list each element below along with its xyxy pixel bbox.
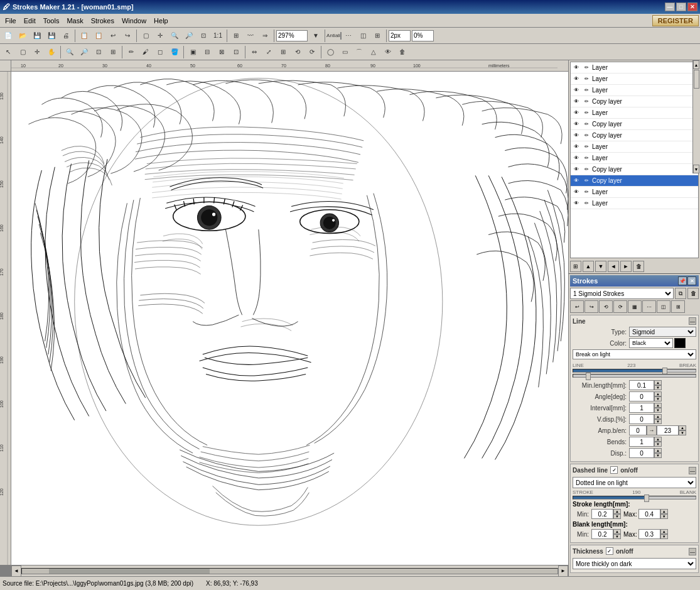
tb-print[interactable]: 🖨: [59, 29, 73, 43]
scroll-thumb[interactable]: [694, 70, 699, 89]
strokes-copy-btn[interactable]: ⧉: [675, 288, 686, 299]
blank-min-input[interactable]: [591, 529, 613, 539]
angle-spin-up[interactable]: ▲: [654, 391, 662, 396]
zoom-dropdown[interactable]: ▼: [309, 29, 323, 43]
tool-shape4[interactable]: △: [367, 45, 380, 59]
effect-btn-8[interactable]: ⊞: [671, 300, 685, 313]
vdisp-spin-up[interactable]: ▲: [654, 414, 662, 419]
effect-btn-1[interactable]: ↩: [570, 300, 584, 313]
layer-row[interactable]: 👁 ✏ Copy layer: [571, 164, 698, 175]
layer-eye-icon[interactable]: 👁: [572, 177, 581, 185]
tool-zoom-actual[interactable]: ⊞: [106, 45, 120, 59]
tool-misc3[interactable]: ⊞: [276, 45, 290, 59]
tool-mask1[interactable]: ▣: [186, 45, 200, 59]
layer-row[interactable]: 👁 ✏ Layer: [571, 85, 698, 96]
pct-input[interactable]: [412, 30, 434, 41]
scroll-down-btn[interactable]: ▼: [693, 165, 699, 173]
tb-fit[interactable]: ⊡: [197, 29, 210, 43]
layer-row[interactable]: 👁 ✏ Copy layer: [571, 175, 698, 187]
angle-spin-down[interactable]: ▼: [654, 396, 662, 402]
tool-zoom-out[interactable]: 🔎: [77, 45, 91, 59]
slider-thumb-2[interactable]: [586, 373, 591, 380]
tb-misc3[interactable]: ⊞: [370, 29, 384, 43]
layer-row[interactable]: 👁 ✏ Layer: [571, 74, 698, 85]
min-length-spinner[interactable]: ▲ ▼: [654, 380, 662, 390]
strokes-preset-select[interactable]: 1 Sigmoid Strokes: [570, 288, 674, 299]
angle-spinner[interactable]: ▲ ▼: [654, 391, 662, 402]
effect-btn-2[interactable]: ↪: [584, 300, 598, 313]
effect-btn-6[interactable]: ⋯: [642, 300, 656, 313]
layer-edit-icon[interactable]: ✏: [582, 120, 591, 129]
tb-antialias-toggle[interactable]: Antiali: [327, 29, 341, 43]
menu-strokes[interactable]: Strokes: [87, 16, 118, 26]
layer-right-btn[interactable]: ►: [620, 261, 632, 272]
thickness-checkbox[interactable]: ✓: [606, 547, 613, 555]
dashed-preset-select[interactable]: Dotted line on light: [573, 477, 696, 488]
stroke-min-input[interactable]: [591, 509, 613, 519]
tool-fill[interactable]: 🪣: [168, 45, 181, 59]
bmax-down[interactable]: ▼: [660, 534, 668, 539]
layer-edit-icon[interactable]: ✏: [582, 199, 591, 208]
h-scrollbar[interactable]: ◄ ►: [11, 565, 568, 576]
tool-trash[interactable]: 🗑: [396, 45, 409, 59]
register-button[interactable]: REGISTER: [652, 15, 699, 26]
min-length-input[interactable]: [629, 380, 654, 390]
amp-spin-up[interactable]: ▲: [679, 425, 686, 430]
canvas-image[interactable]: [11, 72, 568, 565]
menu-help[interactable]: Help: [150, 16, 172, 26]
layer-edit-icon[interactable]: ✏: [582, 177, 591, 185]
layer-eye-icon[interactable]: 👁: [572, 109, 581, 117]
tool-select-rect[interactable]: ▢: [16, 45, 30, 59]
bmin-down[interactable]: ▼: [613, 534, 621, 539]
blank-max-input[interactable]: [638, 529, 660, 539]
amp-arrow[interactable]: →: [647, 425, 657, 435]
tool-move[interactable]: ✛: [30, 45, 44, 59]
tool-brush[interactable]: 🖌: [139, 45, 153, 59]
effect-btn-7[interactable]: ◫: [657, 300, 670, 313]
tb-misc1[interactable]: ⋯: [342, 29, 355, 43]
close-button[interactable]: ✕: [687, 3, 697, 11]
layer-edit-icon[interactable]: ✏: [582, 188, 591, 197]
layer-row[interactable]: 👁 ✏ Layer: [571, 62, 698, 74]
layer-edit-icon[interactable]: ✏: [582, 109, 591, 117]
layer-eye-icon[interactable]: 👁: [572, 143, 581, 151]
layer-left-btn[interactable]: ◄: [608, 261, 619, 272]
layer-add-btn[interactable]: ⊞: [570, 261, 581, 272]
disp-input[interactable]: [629, 448, 654, 458]
color-select[interactable]: Black: [629, 338, 673, 348]
amp-input1[interactable]: [629, 425, 647, 435]
layer-edit-icon[interactable]: ✏: [582, 131, 591, 140]
effect-btn-5[interactable]: ▦: [628, 300, 642, 313]
tool-mask3[interactable]: ⊠: [215, 45, 229, 59]
layer-row[interactable]: 👁 ✏ Layer: [571, 107, 698, 119]
layer-eye-icon[interactable]: 👁: [572, 63, 581, 72]
smin-down[interactable]: ▼: [613, 514, 621, 519]
layer-row[interactable]: 👁 ✏ Layer: [571, 153, 698, 164]
tb-copy[interactable]: 📋: [77, 29, 91, 43]
line-collapse-btn[interactable]: —: [689, 317, 696, 325]
tool-misc5[interactable]: ⟳: [305, 45, 319, 59]
spin-down[interactable]: ▼: [654, 385, 662, 390]
bmin-up[interactable]: ▲: [613, 529, 621, 534]
layer-eye-icon[interactable]: 👁: [572, 199, 581, 208]
tb-strokes[interactable]: 〰: [244, 29, 257, 43]
tool-zoom-in[interactable]: 🔍: [63, 45, 77, 59]
layer-down-btn[interactable]: ▼: [595, 261, 606, 272]
stroke-max-spinner[interactable]: ▲ ▼: [660, 509, 668, 519]
strokes-delete-btn[interactable]: 🗑: [687, 288, 699, 299]
layer-edit-icon[interactable]: ✏: [582, 143, 591, 151]
layer-edit-icon[interactable]: ✏: [582, 75, 591, 84]
tool-mask2[interactable]: ⊟: [200, 45, 214, 59]
spin-up[interactable]: ▲: [654, 380, 662, 385]
dashed-collapse-btn[interactable]: —: [689, 467, 696, 474]
layer-row[interactable]: 👁 ✏ Layer: [571, 198, 698, 209]
bends-spinner[interactable]: ▲ ▼: [654, 437, 662, 447]
strokes-header-btns[interactable]: 📌 ✕: [678, 276, 696, 285]
h-scroll-track[interactable]: [21, 568, 558, 574]
interval-input[interactable]: [629, 403, 654, 413]
smax-down[interactable]: ▼: [660, 514, 668, 519]
bmax-up[interactable]: ▲: [660, 529, 668, 534]
layer-delete-btn[interactable]: 🗑: [633, 261, 644, 272]
tb-misc2[interactable]: ◫: [356, 29, 370, 43]
effect-btn-4[interactable]: ⟳: [613, 300, 627, 313]
